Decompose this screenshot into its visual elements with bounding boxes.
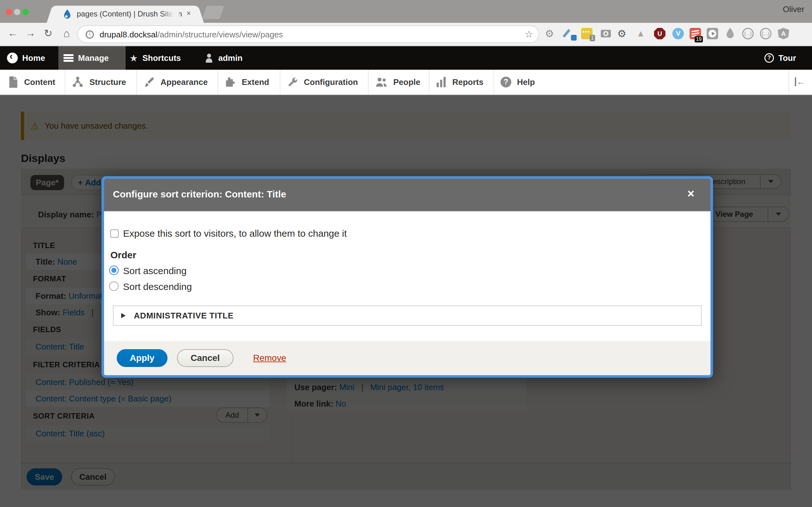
drupal-favicon (62, 9, 72, 20)
user-icon (204, 53, 214, 63)
drive-extension-icon[interactable]: ▲ (636, 28, 648, 39)
extension-badge: 19 (695, 36, 703, 43)
toolbar-manage-label: Manage (78, 53, 109, 63)
drupal-extension-icon[interactable] (724, 27, 736, 39)
dialog-buttonpane: Apply Cancel Remove (104, 341, 711, 375)
expose-sort-checkbox[interactable] (110, 229, 119, 238)
menu-item-configuration[interactable]: Configuration (287, 70, 358, 95)
puzzle-icon (224, 76, 236, 88)
menu-content-label: Content (24, 77, 55, 87)
menu-item-appearance[interactable]: Appearance (143, 70, 208, 95)
sort-ascending-radio[interactable] (109, 266, 119, 275)
back-icon[interactable]: ← (6, 27, 20, 39)
toolbar-item-tour[interactable]: Tour (764, 46, 796, 70)
menu-configuration-label: Configuration (304, 77, 358, 87)
minimize-window-button[interactable] (14, 9, 20, 15)
bar-chart-icon (436, 76, 447, 88)
menu-reports-label: Reports (452, 77, 484, 87)
dialog-cancel-button[interactable]: Cancel (177, 349, 234, 367)
toolbar-tour-label: Tour (778, 53, 796, 63)
menu-item-reports[interactable]: Reports (436, 70, 484, 95)
wrench-icon (287, 76, 298, 88)
dialog-close-icon[interactable]: × (683, 187, 699, 201)
document-icon (8, 76, 18, 88)
url-path: /admin/structure/views/view/pages (157, 30, 283, 39)
new-tab-button[interactable] (202, 6, 224, 19)
reload-icon[interactable]: ↻ (41, 27, 55, 39)
bookmark-star-icon[interactable]: ☆ (525, 29, 533, 40)
administrative-title-details[interactable]: ADMINISTRATIVE TITLE (113, 305, 702, 326)
help-icon: ? (501, 77, 511, 88)
home-icon[interactable]: ⌂ (60, 27, 73, 40)
drupal-admin-menu: Content Structure Appearance Extend (0, 70, 812, 95)
play-extension-icon[interactable] (707, 28, 718, 39)
extension-badge: 1 (590, 35, 595, 41)
toolbar-item-shortcuts[interactable]: ★ Shortcuts (130, 46, 181, 70)
paintbrush-icon (143, 76, 155, 88)
menu-item-content[interactable]: Content (8, 70, 55, 95)
json-viewer2-extension-icon[interactable]: {…} (760, 28, 771, 39)
url-text[interactable]: drupal8.docksal/admin/structure/views/vi… (100, 30, 283, 40)
dialog-titlebar[interactable]: Configure sort criterion: Content: Title… (104, 179, 711, 212)
vimeo-extension-icon[interactable]: V (672, 28, 684, 39)
people-icon (375, 76, 388, 88)
site-info-icon[interactable] (86, 31, 94, 39)
angular-extension-icon[interactable]: A (778, 28, 789, 39)
menu-item-help[interactable]: ? Help (501, 70, 535, 95)
toolbar-item-home[interactable]: ‹ Home (7, 46, 45, 70)
zoom-window-button[interactable] (22, 9, 29, 15)
browser-profile-name[interactable]: Oliver (783, 4, 804, 14)
tab-close-icon[interactable]: × (187, 9, 191, 18)
gear-extension-icon[interactable]: ⚙ (545, 28, 556, 39)
hamburger-icon (63, 54, 73, 62)
menu-item-extend[interactable]: Extend (224, 70, 269, 95)
details-arrow-icon (121, 313, 128, 318)
address-bar[interactable]: drupal8.docksal/admin/structure/views/vi… (78, 25, 539, 43)
sort-descending-label[interactable]: Sort descending (123, 281, 192, 292)
todoist-extension-icon[interactable]: 19 (690, 28, 701, 39)
yellow-extension-icon[interactable]: ••• 1 (581, 28, 593, 39)
eyedropper-extension-icon[interactable] (564, 28, 575, 39)
order-label: Order (110, 250, 136, 261)
toolbar-item-user[interactable]: admin (204, 46, 243, 70)
sort-ascending-label[interactable]: Sort ascending (123, 266, 187, 276)
forward-icon[interactable]: → (23, 27, 38, 39)
org-chart-icon (72, 76, 84, 88)
camera-extension-icon[interactable] (600, 28, 612, 39)
menu-structure-label: Structure (90, 77, 126, 87)
browser-tab-bar: pages (Content) | Drush Site-In × Oliver (0, 0, 812, 23)
expose-sort-label: Expose this sort to visitors, to allow t… (123, 228, 347, 239)
menu-help-label: Help (517, 77, 535, 87)
back-to-site-icon: ‹ (7, 53, 18, 63)
dark-gear-extension-icon[interactable]: ⚙ (617, 28, 629, 39)
json-viewer-extension-icon[interactable]: {…} (742, 28, 754, 39)
browser-toolbar: ← → ↻ ⌂ drupal8.docksal/admin/structure/… (0, 23, 812, 46)
tab-title-fade (162, 6, 179, 23)
toolbar-home-label: Home (22, 53, 45, 63)
question-icon (764, 53, 774, 63)
menu-people-label: People (393, 77, 420, 87)
url-host: drupal8.docksal (100, 30, 157, 39)
drupal-toolbar: ‹ Home Manage ★ Shortcuts admin Tour (0, 46, 812, 70)
dialog-title: Configure sort criterion: Content: Title (113, 189, 286, 200)
star-icon: ★ (130, 53, 138, 64)
menu-appearance-label: Appearance (160, 77, 208, 87)
sort-descending-radio[interactable] (109, 281, 119, 291)
remove-link[interactable]: Remove (253, 353, 286, 363)
toolbar-user-label: admin (218, 53, 243, 63)
active-tab[interactable]: pages (Content) | Drush Site-In × (54, 6, 197, 23)
collapse-toolbar-icon[interactable]: ← (795, 77, 805, 86)
menu-extend-label: Extend (242, 77, 269, 87)
apply-button[interactable]: Apply (117, 349, 167, 367)
toolbar-item-manage[interactable]: Manage (58, 46, 125, 70)
toolbar-shortcuts-label: Shortcuts (142, 53, 181, 63)
menu-item-people[interactable]: People (375, 70, 420, 95)
close-window-button[interactable] (6, 9, 12, 15)
configure-sort-dialog: Configure sort criterion: Content: Title… (101, 176, 713, 378)
ublock-extension-icon[interactable]: U (654, 28, 665, 39)
menu-item-structure[interactable]: Structure (72, 70, 126, 95)
